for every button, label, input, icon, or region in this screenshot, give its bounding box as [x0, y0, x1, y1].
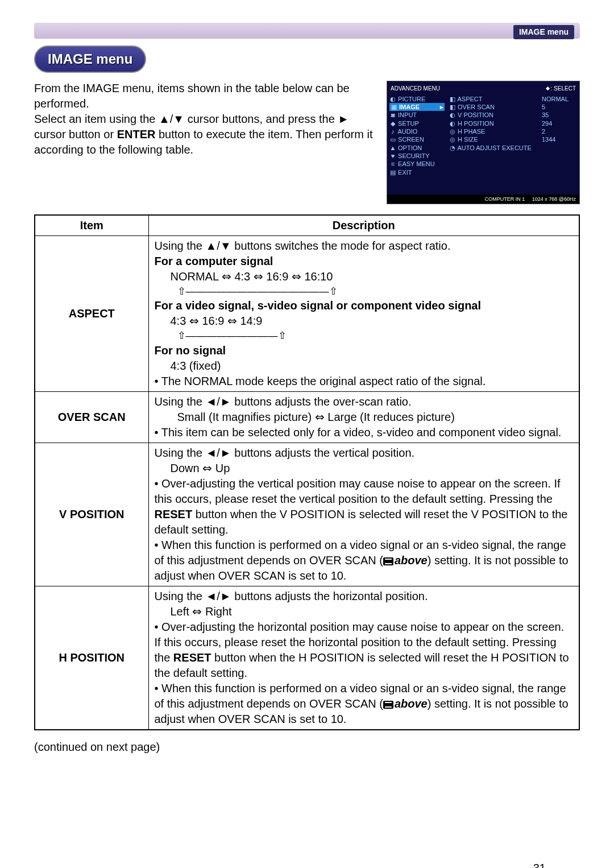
osd-icon: ◎: [449, 135, 456, 143]
osd-left-item: OPTION: [398, 144, 422, 151]
osd-left-item: AUDIO: [397, 128, 417, 135]
osd-header-left: ADVANCED MENU: [391, 85, 440, 93]
menu-table: Item Description ASPECT Using the ▲/▼ bu…: [34, 214, 580, 730]
table-row: OVER SCAN Using the ◄/► buttons adjusts …: [35, 391, 579, 443]
osd-mid-item: ASPECT: [457, 96, 482, 102]
manual-ref-text: above: [395, 697, 428, 710]
col-item-header: Item: [35, 215, 148, 236]
item-overscan: OVER SCAN: [35, 391, 148, 443]
osd-left-item: EXIT: [398, 169, 412, 176]
osd-mid-item: V POSITION: [458, 111, 493, 118]
header-badge: IMAGE menu: [513, 25, 574, 39]
manual-ref-icon: [383, 557, 393, 565]
osd-left-item: PICTURE: [398, 96, 425, 102]
osd-mid-item: H POSITION: [458, 120, 494, 127]
reset-label: RESET: [155, 508, 193, 520]
osd-mid-item: H SIZE: [458, 136, 478, 143]
desc-line: Using the ▲/▼ buttons switches the mode …: [155, 238, 574, 254]
osd-mid-item: AUTO ADJUST EXECUTE: [457, 144, 531, 151]
osd-footer-right: 1024 x 768 @60Hz: [532, 196, 576, 202]
osd-icon: ◎: [449, 127, 456, 135]
osd-left-item: SECURITY: [398, 152, 430, 159]
reset-label: RESET: [173, 651, 211, 664]
osd-icon: ◆: [389, 119, 396, 127]
item-aspect: ASPECT: [35, 236, 148, 392]
item-hposition: H POSITION: [35, 586, 148, 730]
desc-note: • This item can be selected only for a v…: [155, 425, 574, 440]
osd-header-right: ⯁: SELECT: [545, 85, 576, 93]
osd-right-column: NORMAL 5 35 294 2 1344: [540, 94, 579, 177]
desc-note: • When this function is performed on a v…: [155, 538, 574, 584]
note-c: button when the H POSITION is selected w…: [155, 651, 569, 679]
osd-value: 1344: [542, 135, 577, 143]
desc-note: • Over-adjusting the horizontal position…: [155, 619, 574, 681]
item-vposition: V POSITION: [35, 443, 148, 586]
osd-icon: ◔: [449, 144, 456, 152]
desc-aspect: Using the ▲/▼ buttons switches the mode …: [148, 236, 579, 392]
manual-ref-text: above: [395, 554, 428, 567]
osd-icon: ▲: [389, 144, 396, 152]
osd-icon: ♪: [389, 127, 396, 135]
osd-left-item: SETUP: [398, 120, 419, 127]
desc-vposition: Using the ◄/► buttons adjusts the vertic…: [148, 443, 579, 586]
osd-screenshot: ADVANCED MENU ⯁: SELECT ◐ PICTURE ▣ IMAG…: [387, 81, 580, 204]
intro-text: From the IMAGE menu, items shown in the …: [34, 81, 375, 158]
desc-values: Small (It magnifies picture) ⇔ Large (It…: [177, 410, 574, 425]
osd-footer-left: COMPUTER IN 1: [485, 196, 525, 202]
header-stripe: IMAGE menu: [34, 23, 580, 39]
note-c: button when the V POSITION is selected w…: [155, 508, 568, 536]
osd-icon: ◐: [449, 111, 456, 119]
desc-values: Down ⇔ Up: [171, 461, 574, 476]
osd-icon: ◙: [389, 111, 396, 119]
desc-note: • Over-adjusting the vertical position m…: [155, 476, 574, 538]
desc-hposition: Using the ◄/► buttons adjusts the horizo…: [148, 586, 579, 730]
note-a: • Over-adjusting the vertical position m…: [155, 477, 561, 505]
osd-left-item: EASY MENU: [398, 160, 435, 167]
osd-icon: ▭: [389, 135, 396, 143]
desc-heading: For a video signal, s-video signal or co…: [155, 298, 574, 313]
osd-value: 5: [542, 103, 577, 111]
osd-icon: ♥: [389, 152, 396, 160]
desc-values: 4:3 (fixed): [171, 358, 574, 374]
osd-icon: ◐: [389, 95, 396, 103]
osd-icon: ≡: [389, 160, 396, 168]
osd-left-item: INPUT: [398, 111, 417, 118]
table-row: ASPECT Using the ▲/▼ buttons switches th…: [35, 236, 579, 392]
manual-ref-icon: [383, 701, 393, 709]
osd-mid-column: ◧ ASPECT ◧ OVER SCAN ◐ V POSITION ◐ H PO…: [447, 94, 540, 177]
osd-left-column: ◐ PICTURE ▣ IMAGE ▸ ◙ INPUT ◆ SETUP ♪ AU…: [387, 94, 447, 177]
desc-values: 4:3 ⇔ 16:9 ⇔ 14:9: [171, 313, 574, 329]
desc-note: • When this function is performed on a v…: [155, 681, 574, 727]
desc-values: NORMAL ⇔ 4:3 ⇔ 16:9 ⇔ 16:10: [171, 269, 574, 284]
desc-arrows: ⇧――――――――――――――⇧: [177, 284, 574, 298]
desc-heading: For no signal: [155, 343, 574, 358]
osd-value: NORMAL: [542, 95, 577, 103]
table-row: V POSITION Using the ◄/► buttons adjusts…: [35, 443, 579, 586]
desc-overscan: Using the ◄/► buttons adjusts the over-s…: [148, 391, 579, 443]
osd-icon: ▤: [389, 168, 396, 176]
osd-value: 294: [542, 119, 577, 127]
osd-mid-item: OVER SCAN: [458, 104, 495, 110]
osd-left-item: SCREEN: [398, 136, 424, 143]
osd-value: 2: [542, 127, 577, 135]
desc-note: • The NORMAL mode keeps the original asp…: [155, 374, 574, 389]
desc-heading: For a computer signal: [155, 254, 574, 269]
intro-p1: From the IMAGE menu, items shown in the …: [34, 81, 375, 111]
osd-icon: ▣: [391, 103, 397, 111]
continued-note: (continued on next page): [34, 739, 580, 755]
desc-line: Using the ◄/► buttons adjusts the vertic…: [155, 445, 574, 461]
desc-line: Using the ◄/► buttons adjusts the over-s…: [155, 394, 574, 410]
desc-arrows: ⇧―――――――――⇧: [177, 329, 574, 342]
osd-left-item-selected: IMAGE: [399, 104, 420, 110]
osd-icon: ◧: [449, 103, 456, 111]
osd-icon: ◧: [449, 95, 456, 103]
intro-p2: Select an item using the ▲/▼ cursor butt…: [34, 111, 375, 158]
desc-line: Using the ◄/► buttons adjusts the horizo…: [155, 589, 574, 604]
osd-icon: ◐: [449, 119, 456, 127]
page-number: 31: [533, 861, 546, 868]
osd-value: 35: [542, 111, 577, 119]
osd-mid-item: H PHASE: [458, 128, 485, 135]
enter-label: ENTER: [117, 128, 156, 140]
table-row: H POSITION Using the ◄/► buttons adjusts…: [35, 586, 579, 730]
desc-values: Left ⇔ Right: [171, 604, 574, 619]
